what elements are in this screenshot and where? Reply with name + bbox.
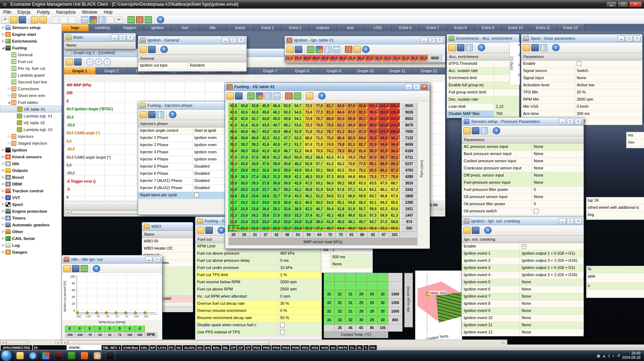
menu-narzędzia[interactable]: Narzędzia bbox=[53, 9, 79, 15]
collapsed-icon[interactable]: ▷ bbox=[1, 196, 5, 199]
ve-cell[interactable]: 50,4 bbox=[303, 167, 314, 174]
save-icon[interactable] bbox=[531, 44, 539, 51]
ve-cell[interactable]: 43,3 bbox=[293, 193, 303, 199]
ve-cell[interactable]: 75,0 bbox=[325, 135, 336, 141]
ve-cell[interactable]: 40,7 bbox=[325, 225, 336, 232]
ve-cell[interactable]: 68,7 bbox=[389, 180, 400, 187]
ve-cell[interactable]: 29,3 bbox=[228, 167, 239, 174]
sidebar-item-automatic-gearbox[interactable]: ▷Automatic gearbox bbox=[0, 221, 62, 228]
zoom-out-icon[interactable]: − bbox=[103, 58, 111, 66]
collapsed-icon[interactable]: ▷ bbox=[7, 94, 11, 97]
ve-cell[interactable]: 38,4 bbox=[314, 219, 325, 225]
save-icon[interactable] bbox=[295, 46, 302, 53]
ve-cell[interactable]: 24,9 bbox=[228, 187, 239, 193]
open-icon[interactable] bbox=[286, 46, 294, 53]
param-value[interactable]: None bbox=[520, 315, 584, 322]
table-resize-icon[interactable] bbox=[345, 46, 352, 53]
ve-cell[interactable]: 75,9 bbox=[314, 122, 325, 129]
ve-cell[interactable]: 54,0 bbox=[325, 199, 336, 206]
param-value[interactable]: 400 kPa bbox=[278, 250, 322, 257]
close-button[interactable]: ✕ bbox=[238, 37, 245, 43]
ve-cell[interactable]: 27,6 bbox=[271, 212, 282, 219]
ve-cell[interactable]: 63,3 bbox=[357, 180, 368, 187]
ve-cell[interactable]: 88,0 bbox=[379, 161, 389, 167]
ve-cell[interactable]: 37,4 bbox=[239, 154, 250, 161]
param-row[interactable]: Disable MAP filter750 bbox=[447, 111, 519, 118]
save-icon[interactable] bbox=[72, 265, 79, 272]
ve-cell[interactable]: 35,5 bbox=[239, 161, 250, 167]
idle-target-table[interactable]: 3232312929301400333231292930120033323129… bbox=[324, 273, 413, 343]
param-row[interactable]: Fuel cut above pressure400 kPa bbox=[195, 250, 322, 257]
collapsed-icon[interactable]: ▷ bbox=[1, 148, 5, 151]
collapsed-icon[interactable]: ▷ bbox=[1, 203, 5, 206]
taskbar-icon-media-player[interactable] bbox=[53, 351, 65, 360]
ve-cell[interactable]: 26,0 bbox=[260, 206, 271, 212]
ve-cell[interactable]: 48,4 bbox=[282, 129, 293, 135]
param-value[interactable]: 0 % bbox=[278, 308, 322, 314]
mdi-scrollbar[interactable]: ◄ ► bbox=[62, 340, 507, 345]
open-icon[interactable] bbox=[448, 44, 456, 51]
ve-cell[interactable]: 46,4 bbox=[271, 103, 282, 109]
ve-cell[interactable]: 59,1 bbox=[379, 225, 389, 232]
ve-cell[interactable]: 30,6 bbox=[271, 180, 282, 187]
scroll-left-icon[interactable]: ◄ bbox=[65, 210, 70, 215]
tab-extra-11[interactable]: Extra 11 bbox=[530, 24, 557, 31]
tab-extra-8[interactable]: Extra 8 bbox=[447, 24, 474, 31]
param-value[interactable]: Active low bbox=[575, 82, 642, 89]
ve-cell[interactable]: 92,8 bbox=[357, 103, 368, 109]
ve-cell[interactable]: 43,9 bbox=[271, 129, 282, 135]
ve-cell[interactable]: 24,9 bbox=[260, 199, 271, 206]
idle-ign-cut-table[interactable]: 00000000-250-150-75-252575150250RPM bbox=[65, 326, 157, 338]
ve-cell[interactable]: 77,5 bbox=[357, 161, 368, 167]
checkbox-icon[interactable] bbox=[577, 61, 581, 66]
param-row[interactable]: Fuel cut under pressure15 kPa bbox=[195, 265, 322, 272]
ve-cell[interactable]: 50,3 bbox=[282, 109, 293, 116]
idle-target-cell[interactable]: 30 bbox=[377, 316, 388, 324]
graph-tab-graph-7[interactable]: Graph 7 bbox=[255, 67, 287, 74]
split-columns-icon[interactable] bbox=[264, 92, 272, 100]
open-icon[interactable] bbox=[463, 127, 471, 134]
ve-cell[interactable]: 43,8 bbox=[282, 161, 293, 167]
ve-cell[interactable]: 23,7 bbox=[228, 199, 239, 206]
ve-cell[interactable]: 23,0 bbox=[260, 219, 271, 225]
ve-cell[interactable]: 29,3 bbox=[250, 180, 260, 187]
ve-cell[interactable]: 51,7 bbox=[293, 141, 303, 148]
param-row[interactable]: Resume enrichment decay rate50 % bbox=[195, 315, 322, 322]
ve-cell[interactable]: 92,1 bbox=[357, 109, 368, 116]
help-icon[interactable]: ? bbox=[93, 265, 100, 272]
ve-cell[interactable]: 71,5 bbox=[314, 135, 325, 141]
surface-3d-icon[interactable] bbox=[256, 92, 263, 100]
idle-target-cell[interactable]: 31 bbox=[345, 290, 356, 299]
ve-cell[interactable]: 43,5 bbox=[239, 109, 250, 116]
ve-cell[interactable]: 74,3 bbox=[346, 154, 357, 161]
idle-target-cell[interactable] bbox=[345, 281, 356, 290]
ve-cell[interactable]: 51,9 bbox=[346, 206, 357, 212]
param-row[interactable]: Oil pressure filter power0 bbox=[462, 201, 584, 208]
ve-cell[interactable]: 43,8 bbox=[239, 103, 250, 109]
ve-cell[interactable]: 48,9 bbox=[346, 225, 357, 232]
ve-cell[interactable]: 51,9 bbox=[314, 187, 325, 193]
ign-cell[interactable]: 30,0 bbox=[419, 55, 428, 62]
ve-cell[interactable]: 53,1 bbox=[314, 180, 325, 187]
save-icon[interactable] bbox=[19, 16, 26, 23]
ve-cell[interactable]: 79,2 bbox=[357, 154, 368, 161]
ve-cell[interactable]: 22,2 bbox=[271, 225, 282, 232]
param-row[interactable]: Ignition cut typeRandom bbox=[138, 62, 247, 69]
ve-cell[interactable]: 98,5 bbox=[368, 122, 379, 129]
ve-cell[interactable]: 43,8 bbox=[250, 103, 260, 109]
ve-cell[interactable]: 38,5 bbox=[239, 148, 250, 154]
ve-cell[interactable]: 42,2 bbox=[293, 199, 303, 206]
ve-cell[interactable]: 39,2 bbox=[239, 141, 250, 148]
idle-target-cell[interactable]: 34 bbox=[324, 316, 335, 324]
ve-cell[interactable]: 32,5 bbox=[260, 167, 271, 174]
ve-cell[interactable]: 41,0 bbox=[260, 148, 271, 154]
sidebar-item-injectors[interactable]: ▷Injectors bbox=[0, 133, 62, 140]
param-row[interactable]: Acc. sustain rate bbox=[447, 68, 519, 75]
collapsed-icon[interactable]: ▷ bbox=[1, 175, 5, 179]
ve-cell[interactable]: 58,3 bbox=[357, 199, 368, 206]
ve-cell[interactable]: 44,8 bbox=[260, 116, 271, 122]
tab-extra-10[interactable]: Extra 10 bbox=[502, 24, 530, 31]
ve-cell[interactable]: 43,5 bbox=[250, 109, 260, 116]
ve-cell[interactable]: 50,4 bbox=[325, 206, 336, 212]
ve-cell[interactable]: 80,6 bbox=[325, 116, 336, 122]
